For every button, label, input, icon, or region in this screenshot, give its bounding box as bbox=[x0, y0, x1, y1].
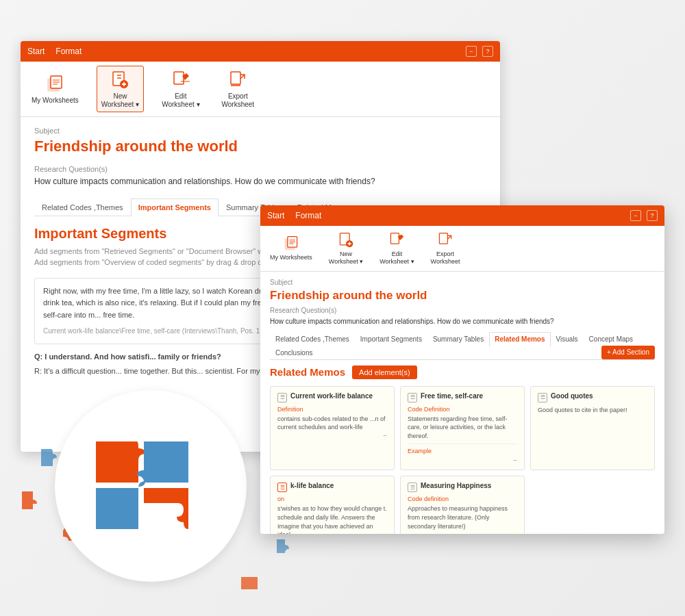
memo-card-subtitle-4: on bbox=[277, 496, 387, 502]
export-worksheet-icon-front bbox=[436, 231, 454, 249]
related-memos-header: Related Memos Add element(s) bbox=[270, 365, 655, 379]
new-worksheet-label-back: NewWorksheet ▾ bbox=[101, 92, 139, 109]
memo-card-current-work: ☰ Current work-life balance Definition c… bbox=[270, 386, 395, 471]
scatter-piece-2 bbox=[21, 490, 41, 513]
puzzle-circle bbox=[55, 390, 247, 582]
menu-format-back[interactable]: Format bbox=[55, 47, 82, 56]
export-worksheet-label-front: ExportWorksheet bbox=[431, 251, 460, 266]
research-question-back: How culture impacts communication and re… bbox=[34, 176, 486, 188]
minimize-btn-front[interactable]: − bbox=[630, 210, 641, 221]
memo-card-text-2: Statements regarding free time, self-car… bbox=[408, 415, 517, 441]
my-worksheets-btn-front[interactable]: My Worksheets bbox=[266, 232, 316, 264]
worksheets-icon-front bbox=[282, 235, 300, 253]
tab-important-segments-back[interactable]: Important Segments bbox=[131, 198, 219, 216]
tabs-bar-front: Related Codes ,Themes Important Segments… bbox=[270, 332, 655, 360]
new-worksheet-icon-back bbox=[109, 69, 131, 91]
research-question-front: How culture impacts communication and re… bbox=[270, 317, 655, 326]
memo-card-subtitle-1: Definition bbox=[277, 406, 387, 413]
memo-card-measuring: ☰ Measuring Happiness Code definition Ap… bbox=[400, 476, 525, 534]
export-worksheet-btn-back[interactable]: ExportWorksheet bbox=[218, 66, 259, 112]
svg-rect-11 bbox=[174, 72, 184, 84]
memo-card-good-quotes: ☰ Good quotes Good quotes to cite in the… bbox=[530, 386, 655, 471]
memo-card-text-5: Approaches to measuring happiness from r… bbox=[408, 504, 517, 530]
my-worksheets-label-front: My Worksheets bbox=[270, 254, 312, 261]
window-front: Start Format − ? My Worksheets bbox=[260, 205, 664, 534]
memo-icon-3: ☰ bbox=[538, 393, 547, 402]
related-memos-title: Related Memos bbox=[270, 366, 345, 378]
memo-card-free-time: ☰ Free time, self-care Code Definition S… bbox=[400, 386, 525, 471]
my-worksheets-label-back: My Worksheets bbox=[32, 97, 79, 105]
memo-card-more-1: − bbox=[277, 432, 387, 439]
memo-card-title-4: k-life balance bbox=[290, 482, 334, 489]
tab-related-memos-front[interactable]: Related Memos bbox=[489, 332, 550, 346]
help-btn-front[interactable]: ? bbox=[647, 210, 658, 221]
edit-worksheet-icon-front bbox=[388, 231, 406, 249]
menu-start-back[interactable]: Start bbox=[27, 47, 45, 56]
add-element-btn[interactable]: Add element(s) bbox=[352, 365, 417, 379]
my-worksheets-btn-back[interactable]: My Worksheets bbox=[27, 70, 83, 107]
ribbon-front: My Worksheets NewWorksheet ▾ EditWorks bbox=[260, 226, 664, 272]
memo-icon-1: ☰ bbox=[277, 393, 287, 402]
subject-title-front: Friendship around the world bbox=[270, 289, 655, 303]
edit-worksheet-icon-back bbox=[170, 69, 192, 91]
memo-card-title-1: Current work-life balance bbox=[290, 392, 373, 400]
menu-start-front[interactable]: Start bbox=[267, 211, 284, 220]
tab-add-section-front[interactable]: + Add Section bbox=[601, 346, 655, 359]
subject-label-back: Subject bbox=[34, 127, 486, 135]
memo-icon-4: ☰ bbox=[277, 483, 287, 492]
subject-label-front: Subject bbox=[270, 279, 655, 286]
research-label-front: Research Question(s) bbox=[270, 307, 655, 314]
worksheets-icon-back bbox=[44, 73, 66, 95]
memo-card-subtitle-2: Code Definition bbox=[408, 406, 517, 413]
help-btn-back[interactable]: ? bbox=[482, 46, 493, 57]
tab-concept-maps-front[interactable]: Concept Maps bbox=[584, 332, 638, 346]
memo-icon-5: ☰ bbox=[408, 483, 417, 492]
new-worksheet-icon-front bbox=[337, 231, 355, 249]
edit-worksheet-label-back: EditWorksheet ▾ bbox=[162, 92, 199, 109]
tab-conclusions-front[interactable]: Conclusions bbox=[270, 346, 318, 359]
scatter-piece-5 bbox=[240, 576, 259, 595]
new-worksheet-btn-back[interactable]: NewWorksheet ▾ bbox=[97, 66, 144, 112]
tab-important-segments-front[interactable]: Important Segments bbox=[355, 332, 427, 346]
memo-card-example-label: Example bbox=[408, 448, 517, 454]
svg-rect-24 bbox=[391, 233, 399, 244]
menu-format-front[interactable]: Format bbox=[295, 211, 321, 220]
tab-summary-tables-front[interactable]: Summary Tables bbox=[427, 332, 489, 346]
memo-card-title-3: Good quotes bbox=[551, 392, 593, 400]
minimize-btn-back[interactable]: − bbox=[466, 46, 477, 57]
svg-rect-13 bbox=[231, 72, 240, 84]
edit-worksheet-btn-front[interactable]: EditWorksheet ▾ bbox=[375, 229, 418, 268]
tab-related-codes-back[interactable]: Related Codes ,Themes bbox=[34, 198, 131, 216]
title-bar-front: Start Format − ? bbox=[260, 205, 664, 226]
memo-card-text-4: s'wishes as to how they would change t. … bbox=[277, 504, 387, 534]
memo-card-subtitle-5: Code definition bbox=[408, 496, 517, 502]
edit-worksheet-label-front: EditWorksheet ▾ bbox=[379, 251, 414, 266]
memo-card-work-life: ☰ k-life balance on s'wishes as to how t… bbox=[270, 476, 395, 534]
export-worksheet-btn-front[interactable]: ExportWorksheet bbox=[427, 229, 464, 268]
new-worksheet-label-front: NewWorksheet ▾ bbox=[329, 251, 363, 266]
tab-related-codes-front[interactable]: Related Codes ,Themes bbox=[270, 332, 355, 346]
svg-rect-25 bbox=[439, 233, 447, 244]
subject-title-back: Friendship around the world bbox=[34, 138, 486, 155]
scatter-piece-4 bbox=[274, 537, 296, 561]
memo-icon-2: ☰ bbox=[408, 393, 417, 402]
memo-card-title-5: Measuring Happiness bbox=[421, 482, 491, 489]
export-worksheet-icon-back bbox=[227, 69, 249, 91]
memo-card-text-1: contains sub-codes related to the ...n o… bbox=[277, 415, 387, 432]
export-worksheet-label-back: ExportWorksheet bbox=[222, 92, 255, 109]
tab-visuals-front[interactable]: Visuals bbox=[551, 332, 584, 346]
memo-card-more-2: − bbox=[408, 457, 517, 464]
ribbon-back: My Worksheets NewWorksheet ▾ bbox=[21, 62, 500, 117]
research-label-back: Research Question(s) bbox=[34, 165, 486, 173]
memo-card-text-3: Good quotes to cite in the paper! bbox=[538, 406, 647, 415]
new-worksheet-btn-front[interactable]: NewWorksheet ▾ bbox=[325, 229, 367, 268]
memo-card-title-2: Free time, self-care bbox=[421, 392, 483, 400]
memo-grid: ☰ Current work-life balance Definition c… bbox=[270, 386, 655, 534]
edit-worksheet-btn-back[interactable]: EditWorksheet ▾ bbox=[158, 66, 203, 112]
title-bar-back: Start Format − ? bbox=[21, 41, 500, 62]
